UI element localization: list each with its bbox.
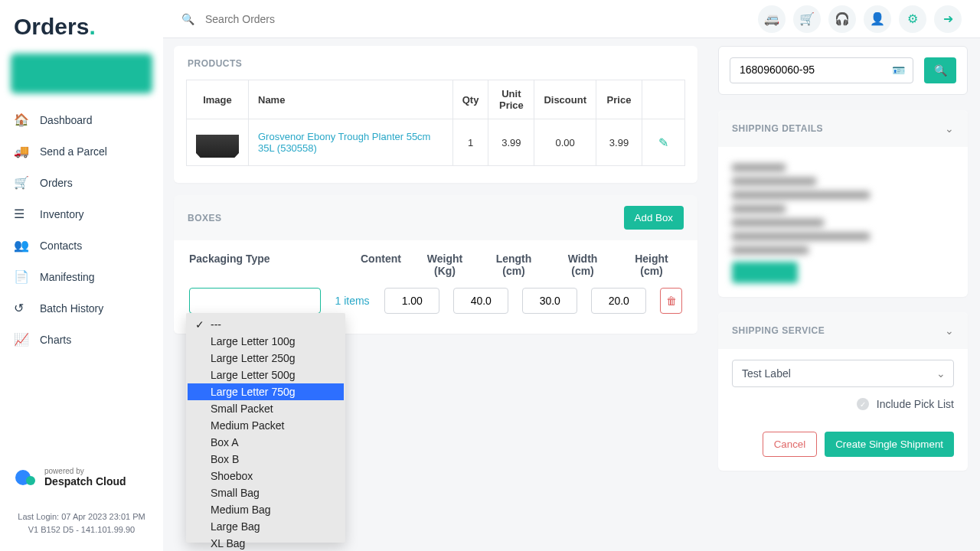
service-select[interactable]: Test Label ⌄	[732, 360, 954, 387]
product-price: 3.99	[596, 119, 642, 166]
nav-orders[interactable]: 🛒Orders	[0, 167, 163, 198]
height-input[interactable]	[591, 288, 646, 314]
chevron-down-icon[interactable]: ⌄	[945, 122, 954, 135]
packaging-option[interactable]: Box B	[188, 451, 344, 468]
length-input[interactable]	[453, 288, 508, 314]
box-row: 1 items 🗑	[186, 288, 685, 314]
packaging-option[interactable]: Medium Bag	[188, 501, 344, 518]
packaging-option[interactable]: XL Bag	[188, 535, 344, 551]
hdr-packaging: Packaging Type	[189, 253, 347, 277]
product-unit: 3.99	[488, 119, 534, 166]
order-search-card: 🪪 🔍	[718, 46, 968, 95]
last-login: Last Login: 07 Apr 2023 23:01 PM	[11, 510, 152, 523]
main-column: PRODUCTS Image Name Qty Unit Price Disco…	[174, 46, 697, 346]
nav-batch-history[interactable]: ↺Batch History	[0, 292, 163, 324]
create-shipment-button[interactable]: Create Single Shipment	[825, 432, 954, 457]
packaging-option[interactable]: Large Letter 500g	[188, 367, 344, 383]
packaging-option[interactable]: Small Bag	[188, 484, 344, 501]
product-discount: 0.00	[534, 119, 596, 166]
global-search[interactable]: 🔍	[181, 13, 435, 25]
profile-icon[interactable]: 👤	[864, 5, 891, 33]
nav-dashboard[interactable]: 🏠Dashboard	[0, 104, 163, 135]
courier-icon[interactable]: 🚐	[758, 5, 786, 33]
search-icon: 🔍	[934, 64, 947, 77]
service-value: Test Label	[742, 367, 791, 380]
sidebar: Orders. 🏠Dashboard 🚚Send a Parcel 🛒Order…	[0, 0, 163, 551]
packaging-option[interactable]: Small Packet	[188, 400, 344, 417]
users-icon: 👥	[14, 238, 29, 253]
app-logo: Orders.	[0, 0, 163, 47]
order-search-input[interactable]	[740, 58, 847, 81]
products-card: PRODUCTS Image Name Qty Unit Price Disco…	[174, 46, 697, 183]
sidebar-footer: powered byDespatch Cloud Last Login: 07 …	[0, 459, 163, 551]
edit-icon[interactable]: ✎	[658, 136, 668, 149]
nav-label: Contacts	[40, 240, 82, 252]
cancel-button[interactable]: Cancel	[763, 432, 818, 457]
packaging-option[interactable]: Medium Packet	[188, 417, 344, 434]
shipping-address-blurred	[732, 164, 954, 254]
include-pick-list-checkbox[interactable]: ✓	[857, 398, 869, 410]
hdr-height: Height (cm)	[624, 253, 679, 277]
packaging-option[interactable]: Large Bag	[188, 518, 344, 535]
home-icon: 🏠	[14, 112, 29, 127]
settings-icon[interactable]: ⚙	[899, 5, 926, 33]
th-price: Price	[596, 80, 642, 119]
th-image: Image	[187, 80, 249, 119]
powered-by: powered byDespatch Cloud	[11, 467, 152, 487]
search-input[interactable]	[205, 13, 435, 25]
packaging-option[interactable]: Large Letter 100g	[188, 333, 344, 350]
order-search-button[interactable]: 🔍	[924, 57, 956, 83]
nav-label: Manifesting	[40, 271, 95, 283]
product-name-link[interactable]: Grosvenor Ebony Trough Planter 55cm 35L …	[258, 131, 430, 154]
th-qty: Qty	[452, 80, 488, 119]
nav-send-parcel[interactable]: 🚚Send a Parcel	[0, 135, 163, 167]
shipping-service-panel: SHIPPING SERVICE ⌄ Test Label ⌄ ✓ Includ…	[718, 312, 968, 471]
packaging-option[interactable]: Large Letter 250g	[188, 350, 344, 367]
topbar: 🔍 🚐 🛒 🎧 👤 ⚙ ➜	[163, 0, 980, 38]
right-column: 🪪 🔍 SHIPPING DETAILS ⌄ SHIPPING SERVICE …	[718, 46, 968, 486]
products-table: Image Name Qty Unit Price Discount Price…	[186, 80, 685, 166]
packaging-dropdown[interactable]: ---Large Letter 100gLarge Letter 250gLar…	[186, 313, 345, 543]
cart-icon[interactable]: 🛒	[793, 5, 821, 33]
hdr-weight: Weight (Kg)	[417, 253, 472, 277]
nav-label: Charts	[40, 334, 71, 346]
shipping-action-blurred[interactable]	[732, 262, 798, 283]
user-badge[interactable]	[11, 54, 152, 93]
nav-contacts[interactable]: 👥Contacts	[0, 230, 163, 261]
nav-label: Orders	[40, 177, 73, 189]
packaging-option[interactable]: Box A	[188, 434, 344, 451]
product-row: Grosvenor Ebony Trough Planter 55cm 35L …	[187, 119, 685, 166]
packaging-option[interactable]: ---	[188, 316, 344, 333]
support-icon[interactable]: 🎧	[828, 5, 856, 33]
product-qty: 1	[452, 119, 488, 166]
weight-input[interactable]	[384, 288, 439, 314]
nav-label: Dashboard	[40, 114, 93, 126]
history-icon: ↺	[14, 301, 29, 315]
version: V1 B152 D5 - 141.101.99.90	[11, 523, 152, 536]
file-icon: 📄	[14, 269, 29, 284]
nav-inventory[interactable]: ☰Inventory	[0, 198, 163, 230]
packaging-option[interactable]: Large Letter 750g	[188, 383, 344, 400]
nav-manifesting[interactable]: 📄Manifesting	[0, 261, 163, 292]
add-box-button[interactable]: Add Box	[624, 206, 684, 230]
nav: 🏠Dashboard 🚚Send a Parcel 🛒Orders ☰Inven…	[0, 104, 163, 459]
width-input[interactable]	[522, 288, 577, 314]
logout-icon[interactable]: ➜	[934, 5, 962, 33]
packaging-option[interactable]: Shoebox	[188, 468, 344, 484]
shipping-details-title: SHIPPING DETAILS	[732, 123, 823, 134]
product-image-cell	[187, 119, 249, 166]
hdr-width: Width (cm)	[555, 253, 610, 277]
chevron-down-icon[interactable]: ⌄	[945, 324, 954, 337]
boxes-header-row: Packaging Type Content Weight (Kg) Lengt…	[186, 253, 685, 288]
content-link[interactable]: 1 items	[335, 295, 371, 307]
delete-box-button[interactable]: 🗑	[660, 288, 682, 314]
shipping-details-panel: SHIPPING DETAILS ⌄	[718, 110, 968, 297]
cart-icon: 🛒	[14, 175, 29, 190]
hdr-length: Length (cm)	[486, 253, 541, 277]
trash-icon: 🗑	[666, 295, 677, 307]
packaging-select[interactable]	[189, 288, 321, 314]
th-name: Name	[249, 80, 453, 119]
nav-charts[interactable]: 📈Charts	[0, 324, 163, 355]
order-search-field[interactable]: 🪪	[730, 57, 913, 83]
hdr-content: Content	[361, 253, 403, 277]
